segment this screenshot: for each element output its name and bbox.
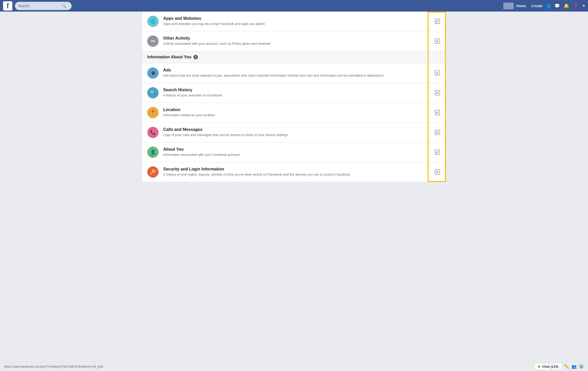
search-history-title: Search History (163, 88, 423, 92)
search-history-row: 🔍 Search History A history of your searc… (142, 83, 446, 103)
help-icon[interactable]: ❓ (573, 3, 578, 9)
section-header-checkbox-col (428, 51, 446, 63)
ads-checkbox-col (428, 63, 446, 83)
security-checkbox[interactable] (435, 169, 440, 175)
about-you-checkbox-col (428, 142, 446, 162)
security-login-desc: A history of your logins, logouts, perio… (163, 172, 423, 177)
location-content: 📍 Location Information related to your l… (142, 103, 428, 122)
location-row: 📍 Location Information related to your l… (142, 103, 446, 123)
calls-messages-text: Calls and Messages Logs of your calls an… (163, 127, 423, 137)
calls-checkbox-col (428, 123, 446, 142)
facebook-logo[interactable]: f (3, 1, 13, 11)
other-activity-title: Other Activity (163, 36, 423, 41)
calls-icon: 📞 (147, 127, 159, 138)
other-activity-desc: Activity associated with your account, s… (163, 41, 423, 46)
search-history-text: Search History A history of your searche… (163, 88, 423, 98)
location-checkbox-col (428, 103, 446, 122)
calls-messages-desc: Logs of your calls and messages that you… (163, 133, 423, 137)
ads-text: Ads Ads topics that are most relevant to… (163, 68, 423, 78)
section-title-text: Information About You (147, 55, 191, 59)
about-you-row: 👤 About You Information associated with … (142, 142, 446, 162)
other-activity-text: Other Activity Activity associated with … (163, 36, 423, 46)
calls-messages-content: 📞 Calls and Messages Logs of your calls … (142, 123, 428, 142)
calls-messages-title: Calls and Messages (163, 127, 423, 132)
search-icon: 🔍 (62, 4, 66, 8)
about-you-icon: 👤 (147, 147, 159, 158)
create-link[interactable]: Create (531, 4, 543, 8)
ads-content: 🖥 Ads Ads topics that are most relevant … (142, 63, 428, 83)
security-login-title: Security and Login Information (163, 167, 423, 171)
ads-icon: 🖥 (147, 67, 159, 79)
ads-checkbox[interactable] (435, 70, 440, 76)
friends-icon[interactable]: 👥 (545, 3, 551, 9)
notifications-icon[interactable]: 🔔 (564, 3, 569, 9)
section-header-title: Information About You i (147, 55, 423, 59)
main-content: 🌐 Apps and Websites Apps and websites yo… (0, 12, 588, 182)
about-you-checkbox[interactable] (435, 150, 440, 155)
apps-title: Apps and Websites (163, 16, 423, 21)
about-you-content: 👤 About You Information associated with … (142, 142, 428, 162)
ads-title: Ads (163, 68, 423, 73)
ads-desc: Ads topics that are most relevant to you… (163, 73, 423, 78)
other-activity-checkbox-col (428, 31, 446, 51)
account-icon[interactable]: ▼ (582, 4, 585, 8)
apps-checkbox-col (428, 12, 446, 31)
location-icon: 📍 (147, 107, 159, 118)
apps-text: Apps and Websites Apps and websites you … (163, 16, 423, 26)
search-history-checkbox[interactable] (435, 90, 440, 95)
search-input[interactable] (18, 4, 62, 8)
content-wrapper: 🌐 Apps and Websites Apps and websites yo… (142, 12, 446, 182)
user-avatar-area (503, 3, 514, 9)
search-bar[interactable]: 🔍 (15, 2, 72, 10)
apps-desc: Apps and websites you log into using Fac… (163, 22, 423, 26)
search-history-content: 🔍 Search History A history of your searc… (142, 83, 428, 103)
other-activity-icon: ••• (147, 35, 159, 47)
security-icon: 🔑 (147, 166, 159, 178)
fb-logo-letter: f (3, 1, 12, 11)
top-navigation: f 🔍 Home Create 👥 💬 🔔 ❓ ▼ (0, 0, 588, 12)
nav-icons: 👥 💬 🔔 ❓ ▼ (545, 3, 585, 9)
apps-and-websites-content: 🌐 Apps and Websites Apps and websites yo… (142, 12, 428, 31)
about-you-title: About You (163, 147, 423, 152)
other-activity-row: ••• Other Activity Activity associated w… (142, 31, 446, 51)
apps-icon: 🌐 (147, 16, 159, 27)
home-link[interactable]: Home (516, 4, 526, 8)
search-history-icon: 🔍 (147, 87, 159, 98)
top-rows-wrapper: 🌐 Apps and Websites Apps and websites yo… (142, 12, 446, 182)
search-history-checkbox-col (428, 83, 446, 103)
about-you-text: About You Information associated with yo… (163, 147, 423, 157)
apps-checkbox[interactable] (435, 19, 440, 24)
calls-messages-row: 📞 Calls and Messages Logs of your calls … (142, 123, 446, 142)
messenger-icon[interactable]: 💬 (554, 3, 560, 9)
security-checkbox-col (428, 162, 446, 182)
other-activity-content: ••• Other Activity Activity associated w… (142, 31, 428, 51)
location-checkbox[interactable] (435, 110, 440, 115)
security-login-text: Security and Login Information A history… (163, 167, 423, 177)
about-you-desc: Information associated with your Faceboo… (163, 152, 423, 157)
apps-and-websites-row: 🌐 Apps and Websites Apps and websites yo… (142, 12, 446, 31)
info-icon[interactable]: i (193, 55, 198, 59)
other-activity-checkbox[interactable] (435, 39, 440, 44)
user-avatar (503, 3, 514, 9)
security-login-row: 🔑 Security and Login Information A histo… (142, 162, 446, 182)
section-header-content: Information About You i (142, 51, 428, 63)
calls-checkbox[interactable] (435, 130, 440, 135)
location-desc: Information related to your location (163, 113, 423, 117)
nav-links: Home Create (516, 4, 543, 8)
ads-row: 🖥 Ads Ads topics that are most relevant … (142, 63, 446, 83)
location-text: Location Information related to your loc… (163, 107, 423, 117)
location-title: Location (163, 107, 423, 112)
section-header-row: Information About You i (142, 51, 446, 63)
search-history-desc: A history of your searches on Facebook (163, 93, 423, 98)
security-login-content: 🔑 Security and Login Information A histo… (142, 162, 428, 182)
